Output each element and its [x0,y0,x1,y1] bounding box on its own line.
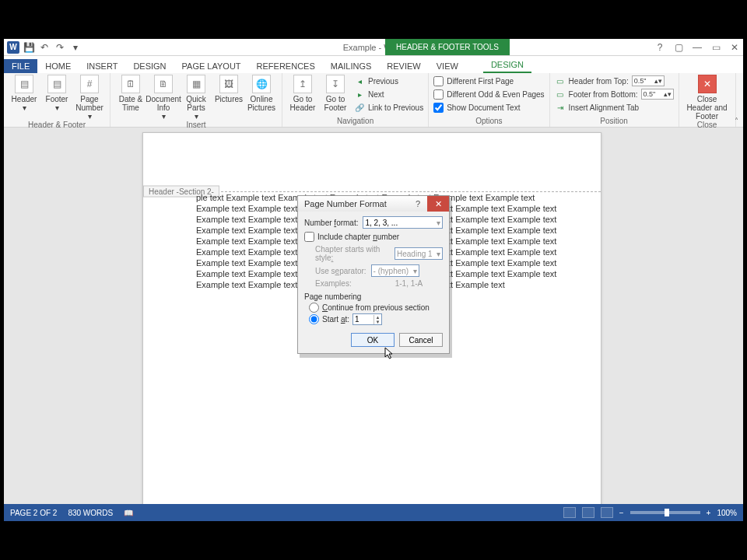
next-button[interactable]: ▸Next [354,88,423,100]
status-bar: PAGE 2 OF 2 830 WORDS 📖 − + 100% [4,504,743,521]
cancel-button[interactable]: Cancel [399,333,443,347]
insert-alignment-tab-button[interactable]: ⇥Insert Alignment Tab [555,101,674,114]
previous-button[interactable]: ◂Previous [354,75,423,87]
separator-select: - (hyphen)▾ [371,264,419,277]
page-number-icon: # [80,75,99,93]
goto-footer-icon: ↧ [326,75,345,93]
dialog-title-bar[interactable]: Page Number Format ? ✕ [298,196,449,212]
tab-mailings[interactable]: MAILINGS [323,59,380,73]
proofing-icon[interactable]: 📖 [124,509,133,517]
redo-icon[interactable]: ↷ [54,41,66,54]
tab-page-layout[interactable]: PAGE LAYOUT [174,59,249,73]
contextual-tab-group: HEADER & FOOTER TOOLS [385,39,510,55]
tab-insert[interactable]: INSERT [79,59,125,73]
start-at-radio[interactable]: Start at: ▲▼ [309,313,443,325]
footer-from-bottom-field[interactable]: ▭Footer from Bottom:0.5"▴▾ [555,88,674,100]
zoom-in-icon[interactable]: + [707,509,711,517]
dialog-close-icon[interactable]: ✕ [427,196,449,212]
tab-design[interactable]: DESIGN [125,59,174,73]
document-icon: 🗎 [154,75,173,93]
group-header-footer: ▤Header▾ ▤Footer▾ #Page Number▾ Header &… [4,73,110,127]
read-mode-icon[interactable] [563,507,576,518]
save-icon[interactable]: 💾 [23,41,35,54]
zoom-thumb[interactable] [665,509,669,516]
qat-customize-icon[interactable]: ▾ [69,41,82,54]
show-document-text-checkbox[interactable]: Show Document Text [433,101,544,114]
goto-header-button[interactable]: ↥Go to Header [287,75,318,114]
examples-value: 1-1, 1-A [395,279,423,288]
zoom-level[interactable]: 100% [717,509,737,517]
footer-icon: ▤ [47,75,66,93]
group-position: ▭Header from Top:0.5"▴▾ ▭Footer from Bot… [550,73,679,127]
collapse-ribbon-icon[interactable]: ˄ [735,117,738,125]
header-button[interactable]: ▤Header▾ [9,75,40,121]
print-layout-icon[interactable] [582,507,594,518]
calendar-icon: 🗓 [121,75,140,93]
ribbon-display-icon[interactable]: ▢ [670,40,687,54]
continue-radio[interactable]: Continue from previous section [309,303,443,313]
footer-button[interactable]: ▤Footer▾ [41,75,72,121]
minimize-icon[interactable]: — [689,40,706,54]
goto-footer-button[interactable]: ↧Go to Footer [320,75,351,114]
different-odd-even-checkbox[interactable]: Different Odd & Even Pages [433,88,544,100]
goto-header-icon: ↥ [293,75,312,93]
link-to-previous-button[interactable]: 🔗Link to Previous [354,101,423,114]
online-pictures-button[interactable]: 🌐Online Pictures [246,75,277,121]
chapter-style-select: Heading 1▾ [395,247,443,260]
tab-home[interactable]: HOME [37,59,79,73]
undo-icon[interactable]: ↶ [38,41,51,54]
group-navigation: ↥Go to Header ↧Go to Footer ◂Previous ▸N… [282,73,429,127]
document-info-button[interactable]: 🗎Document Info▾ [148,75,179,121]
number-format-label: Number format: [304,219,358,227]
group-insert: 🗓Date & Time 🗎Document Info▾ ▦Quick Part… [110,73,282,127]
tab-review[interactable]: REVIEW [379,59,428,73]
web-layout-icon[interactable] [601,507,613,518]
tab-file[interactable]: FILE [4,59,37,73]
start-at-input[interactable]: ▲▼ [352,313,382,325]
chapter-style-label: Chapter starts with style: [315,245,390,262]
zoom-out-icon[interactable]: − [619,509,624,517]
word-icon: W [7,41,19,54]
restore-icon[interactable]: ▭ [707,40,724,54]
chevron-down-icon: ▾ [437,250,440,258]
ribbon: ▤Header▾ ▤Footer▾ #Page Number▾ Header &… [4,73,743,128]
different-first-page-checkbox[interactable]: Different First Page [433,75,544,87]
group-options: Different First Page Different Odd & Eve… [429,73,549,127]
date-time-button[interactable]: 🗓Date & Time [115,75,146,121]
number-format-select[interactable]: 1, 2, 3, ...▾ [363,216,443,229]
quick-access-toolbar: W 💾 ↶ ↷ ▾ [4,41,85,54]
tab-view[interactable]: VIEW [429,59,466,73]
ribbon-tabs: FILE HOME INSERT DESIGN PAGE LAYOUT REFE… [4,56,743,73]
dialog-help-icon[interactable]: ? [410,196,426,212]
word-count[interactable]: 830 WORDS [68,509,113,517]
ruler-icon: ▭ [555,89,566,100]
ok-button[interactable]: OK [351,333,395,347]
close-window-icon[interactable]: ✕ [726,40,743,54]
group-label: Options [433,117,544,127]
zoom-slider[interactable] [630,511,700,514]
include-chapter-checkbox[interactable]: Include chapter number [304,232,443,242]
tab-references[interactable]: REFERENCES [249,59,323,73]
picture-icon: 🖼 [219,75,238,93]
header-icon: ▤ [15,75,33,93]
header-from-top-field[interactable]: ▭Header from Top:0.5"▴▾ [555,75,674,87]
spinner-icon[interactable]: ▴▾ [664,90,672,98]
close-icon: ✕ [698,75,717,93]
close-header-footer-button[interactable]: ✕Close Header and Footer [684,75,731,121]
pictures-button[interactable]: 🖼Pictures [213,75,244,121]
chapter-options: Chapter starts with style:Heading 1▾ Use… [315,245,443,288]
dialog-body: Number format: 1, 2, 3, ...▾ Include cha… [298,212,449,353]
spinner-icon[interactable]: ▴▾ [654,77,662,85]
link-icon: 🔗 [354,102,365,113]
tab-hf-design[interactable]: DESIGN [483,58,531,73]
page-number-button[interactable]: #Page Number▾ [74,75,105,121]
page-indicator[interactable]: PAGE 2 OF 2 [10,509,57,517]
spin-down-icon[interactable]: ▼ [374,320,381,324]
help-icon[interactable]: ? [651,40,668,54]
group-label: Navigation [287,117,423,127]
page-numbering-label: Page numbering [304,292,443,301]
examples-label: Examples: [315,279,352,288]
quick-parts-button[interactable]: ▦Quick Parts▾ [181,75,212,121]
start-at-value [353,315,374,324]
group-close: ✕Close Header and Footer Close [679,73,736,127]
